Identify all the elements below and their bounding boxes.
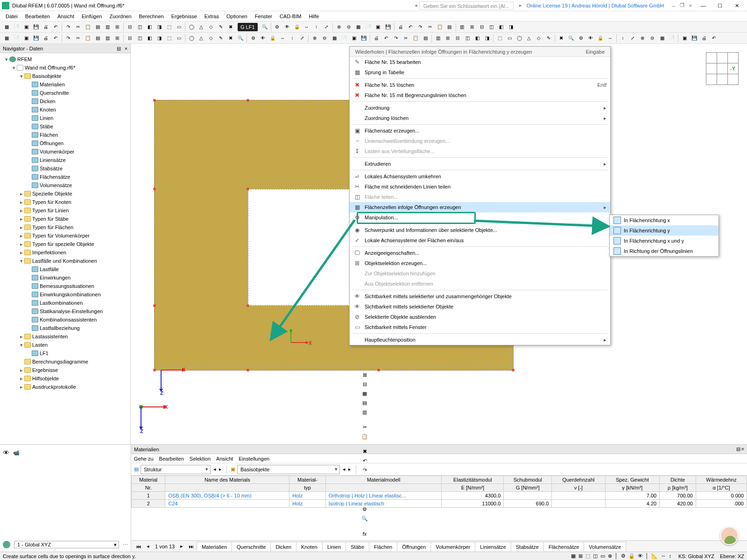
toolbar-btn[interactable]: ⊕ — [334, 22, 344, 32]
toolbar-btn[interactable]: △ — [524, 34, 534, 43]
toolbar-btn[interactable]: ◨ — [507, 22, 516, 32]
toolbar-btn[interactable]: ✖ — [557, 34, 566, 43]
toolbar-btn[interactable]: ◇ — [206, 34, 216, 43]
table-cell[interactable]: Holz — [289, 492, 326, 500]
search-prev-icon[interactable]: ◂ — [415, 2, 417, 8]
status-tool[interactable]: ◫ — [592, 553, 599, 559]
status-tool[interactable]: │ — [644, 553, 650, 559]
tree-item[interactable]: Linien — [2, 114, 128, 122]
status-toolbar[interactable]: ▦⊞⬚◫▭⊕│⚙🔒👁│📐↔↕ — [570, 553, 673, 559]
visibility-icon[interactable]: 👁 — [3, 449, 9, 456]
toolbar-btn[interactable]: ✂ — [401, 34, 410, 43]
toolbar-btn[interactable]: ⊕ — [310, 34, 319, 43]
toolbar-btn[interactable]: ◨ — [155, 34, 164, 43]
menu-ergebnisse[interactable]: Ergebnisse — [168, 14, 201, 19]
tables-menu-item[interactable]: Ansicht — [216, 456, 233, 462]
tabs-last[interactable]: ⏭ — [186, 544, 197, 549]
toolbar-btn[interactable]: ⬚ — [495, 34, 504, 43]
toolbar-btn[interactable]: ↔ — [606, 34, 615, 43]
toolbar-btn[interactable]: ▣ — [680, 34, 689, 43]
tree-item[interactable]: ▸Typen für Stäbe — [2, 215, 128, 223]
materials-table[interactable]: MaterialName des MaterialsMaterial-Mater… — [131, 476, 747, 508]
table-cell[interactable]: 2 — [132, 500, 165, 508]
toolbar-btn[interactable]: 📋 — [411, 34, 420, 43]
menu-berechnen[interactable]: Berechnen — [135, 14, 168, 19]
tree-item[interactable]: ▾Lastfälle und Kombinationen — [2, 257, 128, 265]
tree-item[interactable]: ▸Lastassistenten — [2, 332, 128, 341]
tree-item[interactable]: Flächen — [2, 131, 128, 139]
context-menu-item[interactable]: ▦Sprung in Tabelle — [350, 67, 610, 77]
toolbar-btn[interactable]: 🖨 — [699, 34, 709, 43]
tree-item[interactable]: Liniensätze — [2, 156, 128, 164]
status-tool[interactable]: 🔒 — [627, 553, 636, 559]
toolbar-btn[interactable]: 📄 — [12, 22, 21, 32]
toolbar-btn[interactable]: ▤ — [93, 22, 102, 32]
tables-tool[interactable]: ▦ — [360, 389, 369, 399]
toolbar-btn[interactable]: ▭ — [505, 34, 514, 43]
tree-item[interactable]: Bemessungssituationen — [2, 282, 128, 290]
table-tab[interactable]: Linien — [322, 542, 346, 551]
table-cell[interactable]: OSB (EN 300), OSB/4 (> 6 - 10 mm) — [165, 492, 289, 500]
toolbar-btn[interactable]: 🖨 — [41, 34, 50, 43]
status-tool[interactable]: ⊕ — [606, 553, 613, 559]
submenu-item[interactable]: In Richtung der Öffnungslinien — [610, 246, 719, 256]
status-tool[interactable]: ▭ — [599, 553, 606, 559]
tables-tool[interactable]: ↶ — [360, 456, 369, 466]
toolbar-btn[interactable]: 🔍 — [260, 22, 269, 32]
window-minimize[interactable]: — — [695, 0, 712, 11]
table-tab[interactable]: Materialien — [197, 542, 232, 551]
table-tab[interactable]: Volumensätze — [584, 542, 626, 551]
inner-restore-icon[interactable]: ❐ — [678, 2, 686, 8]
submenu-item[interactable]: In Flächenrichtung x und y — [610, 236, 719, 246]
tree-item[interactable]: Dicken — [2, 97, 128, 105]
toolbar-btn[interactable]: ↶ — [51, 34, 60, 43]
table-cell[interactable]: C24 — [165, 500, 289, 508]
combo1-prev[interactable]: ◂ — [212, 466, 217, 472]
toolbar-btn[interactable]: 🔍 — [566, 34, 576, 43]
table-tab[interactable]: Dicken — [270, 542, 296, 551]
tables-close-icon[interactable]: × — [741, 446, 744, 452]
navigator-close-icon[interactable]: × — [123, 45, 129, 52]
tables-tool[interactable]: ▥ — [360, 408, 369, 417]
toolbar-btn[interactable]: 💾 — [31, 22, 41, 32]
camera-icon[interactable]: 📹 — [13, 450, 20, 456]
keyword-search[interactable]: Geben Sie ein Schlüsselwort ein (Al... — [419, 1, 514, 10]
inner-minimize-icon[interactable]: – — [669, 3, 678, 8]
toolbar-btn[interactable]: 📄 — [339, 34, 349, 43]
toolbar-btn[interactable]: ⬚ — [164, 22, 174, 32]
toolbar-btn[interactable]: ⬚ — [164, 34, 174, 43]
cs-edit-icon[interactable]: ⋯ — [123, 542, 128, 548]
toolbar-btn[interactable]: ⚙ — [576, 34, 585, 43]
table-cell[interactable]: .000 — [696, 500, 747, 508]
toolbar-btn[interactable]: ⊖ — [320, 34, 329, 43]
tree-item[interactable]: Stäbe — [2, 122, 128, 131]
menu-datei[interactable]: Datei — [2, 14, 21, 19]
tree-item[interactable]: ▸Typen für spezielle Objekte — [2, 240, 128, 248]
status-tool[interactable]: ↔ — [659, 553, 667, 559]
context-menu-item[interactable]: Zuordnung löschen▸ — [350, 113, 610, 123]
tables-tool[interactable]: ✂ — [360, 423, 369, 432]
toolbar-btn[interactable]: ✂ — [425, 22, 435, 32]
table-cell[interactable]: Isotrop | Linear elastisch — [325, 500, 442, 508]
toolbar-btn[interactable]: 🖨 — [396, 22, 405, 32]
table-scroll[interactable]: MaterialName des MaterialsMaterial-Mater… — [131, 476, 747, 540]
submenu-item[interactable]: In Flächenrichtung x — [610, 215, 719, 225]
navigator-pin-icon[interactable]: ⊟ — [115, 45, 122, 52]
status-tool[interactable]: 👁 — [636, 553, 644, 559]
toolbar-btn[interactable]: 🔒 — [596, 34, 605, 43]
table-cell[interactable]: Holz — [289, 500, 326, 508]
context-menu-item[interactable]: Extrudieren▸ — [350, 159, 610, 169]
tree-item[interactable]: Statikanalyse-Einstellungen — [2, 307, 128, 315]
toolbar-btn[interactable]: 👁 — [258, 34, 268, 43]
toolbar-btn[interactable]: ⊖ — [648, 34, 657, 43]
toolbar-btn[interactable]: 💾 — [383, 22, 393, 32]
toolbar-btn[interactable]: ⊟ — [125, 22, 134, 32]
basis-icon[interactable]: ▣ — [231, 466, 235, 472]
toolbar-btn[interactable]: ◯ — [514, 34, 524, 43]
toolbar-btn[interactable]: ↷ — [391, 34, 401, 43]
toolbar-btn[interactable]: ◯ — [187, 34, 196, 43]
window-close[interactable]: ✕ — [728, 0, 745, 11]
tabs-prev[interactable]: ◂ — [144, 543, 152, 549]
toolbar-btn[interactable]: ⊞ — [113, 34, 122, 43]
toolbar-btn[interactable]: ▥ — [433, 34, 443, 43]
